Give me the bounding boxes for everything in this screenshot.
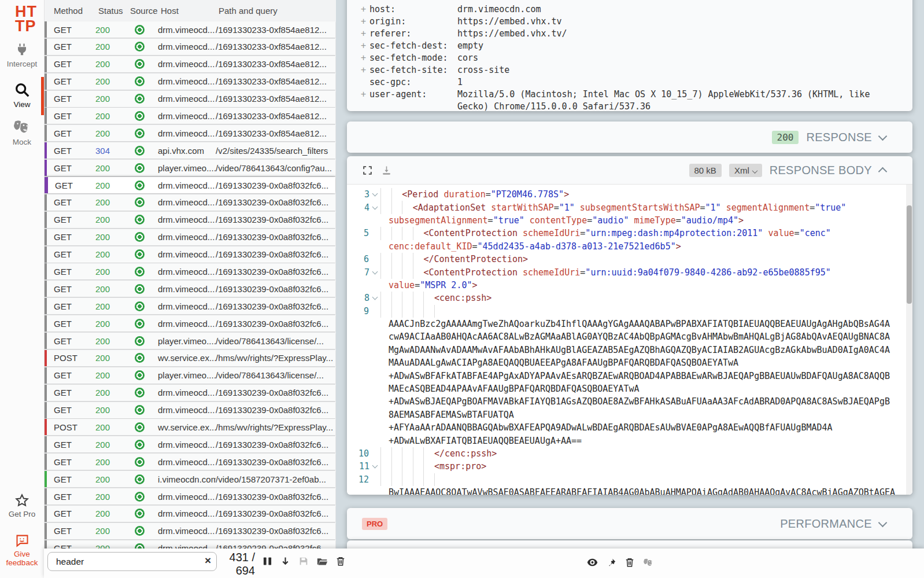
request-row[interactable]: GET200player.vimeo..../video/786413643/l… (44, 333, 335, 349)
header-row[interactable]: +host:drm.vimeocdn.com (361, 3, 907, 16)
header-row[interactable]: +referer:https://embed.vhx.tv/ (361, 28, 907, 40)
request-row[interactable]: GET200drm.vimeocd.../1691330239-0x0a8f03… (44, 281, 335, 297)
pause-capture-icon[interactable] (263, 556, 272, 566)
request-status: 200 (95, 94, 127, 104)
request-status: 200 (95, 128, 127, 138)
fold-chevron-icon[interactable] (372, 463, 378, 469)
request-status: 200 (95, 163, 127, 173)
download-body-icon[interactable] (381, 165, 392, 176)
header-row[interactable]: sec-gpc:1 (361, 76, 907, 89)
sidebar-item-get-pro[interactable]: Get Pro (0, 493, 44, 518)
request-row[interactable]: GET200drm.vimeocd.../1691330239-0x0a8f03… (44, 194, 335, 211)
chrome-source-icon (135, 474, 145, 484)
request-row[interactable]: GET200drm.vimeocd.../1691330239-0x0a8f03… (44, 506, 335, 522)
chrome-source-icon (135, 25, 145, 35)
expand-header-icon[interactable] (361, 76, 369, 89)
request-row[interactable]: POST200wv.service.ex.../hms/wv/rights/?E… (44, 350, 335, 366)
request-status: 200 (95, 249, 127, 259)
chevron-down-icon[interactable] (878, 131, 888, 141)
expand-header-icon[interactable]: + (361, 28, 369, 40)
request-row[interactable]: GET200drm.vimeocd.../1691330239-0x0a8f03… (44, 298, 335, 314)
pin-request-icon[interactable] (607, 558, 616, 568)
open-har-icon[interactable] (317, 557, 328, 566)
sidebar-item-view[interactable]: View (0, 81, 44, 109)
request-row[interactable]: GET200drm.vimeocd.../1691330233-0xf854ae… (44, 73, 335, 90)
request-path: /video/786413643/license/... (216, 336, 335, 346)
scroll-to-end-icon[interactable] (280, 556, 290, 566)
header-key: origin: (369, 16, 457, 28)
request-path: /1691330239-0x0a8f032fc6... (216, 181, 335, 190)
request-source (127, 422, 158, 432)
request-row[interactable]: GET200drm.vimeocd.../1691330239-0x0a8f03… (44, 402, 335, 418)
body-format-select[interactable]: Xml (729, 164, 762, 177)
expand-header-icon[interactable]: + (361, 64, 369, 76)
fold-chevron-icon[interactable] (372, 191, 378, 197)
request-row[interactable]: GET200drm.vimeocd.../1691330233-0xf854ae… (44, 39, 335, 55)
sidebar-item-intercept[interactable]: Intercept (0, 42, 44, 68)
request-status: 200 (95, 25, 127, 35)
header-row[interactable]: +user-agent:Mozilla/5.0 (Macintosh; Inte… (361, 89, 907, 111)
header-row[interactable]: +sec-fetch-mode:cors (361, 52, 907, 64)
request-row[interactable]: GET200drm.vimeocd.../1691330239-0x0a8f03… (44, 315, 335, 332)
expand-header-icon[interactable]: + (361, 3, 369, 16)
expand-header-icon[interactable]: + (361, 40, 369, 52)
request-row[interactable]: GET200drm.vimeocd.../1691330239-0x0a8f03… (44, 436, 335, 452)
request-status: 200 (95, 215, 127, 224)
request-row[interactable]: GET200drm.vimeocd.../1691330239-0x0a8f03… (44, 177, 335, 193)
code-editor[interactable]: 3<Period duration="PT20M46.778S">4<Adapt… (347, 185, 912, 495)
star-icon (0, 493, 44, 508)
fold-chevron-icon[interactable] (372, 294, 378, 300)
mock-request-icon[interactable] (643, 558, 654, 568)
request-row[interactable]: GET200drm.vimeocd.../1691330239-0x0a8f03… (44, 523, 335, 539)
chevron-up-icon[interactable] (878, 167, 888, 176)
request-status: 200 (95, 353, 127, 363)
category-marker (44, 177, 48, 193)
delete-request-icon[interactable] (625, 557, 634, 568)
sidebar-item-label: Mock (13, 138, 31, 146)
request-row[interactable]: GET200drm.vimeocd.../1691330233-0xf854ae… (44, 91, 335, 107)
search-input[interactable] (55, 556, 196, 568)
request-row[interactable]: GET200drm.vimeocd.../1691330239-0x0a8f03… (44, 246, 335, 263)
request-row[interactable]: GET200drm.vimeocd.../1691330239-0x0a8f03… (44, 229, 335, 245)
header-value: empty (457, 40, 907, 52)
request-row[interactable]: GET304api.vhx.com/v2/sites/24335/search_… (44, 142, 335, 159)
clear-search-icon[interactable]: × (205, 554, 211, 567)
request-row[interactable]: GET200drm.vimeocd.../1691330239-0x0a8f03… (44, 454, 335, 470)
scrollbar-thumb[interactable] (907, 205, 912, 304)
request-source (127, 59, 158, 69)
expand-icon[interactable] (362, 165, 373, 176)
editor-scrollbar[interactable] (906, 185, 912, 495)
code-line: MAAuADAALgAwACIAPgA8AEQAQQBUAEEAPgA8AFAA… (347, 356, 905, 369)
request-row[interactable]: GET200player.vimeo..../video/786413643/l… (44, 367, 335, 384)
header-row[interactable]: +sec-fetch-site:cross-site (361, 64, 907, 76)
header-key: user-agent: (369, 89, 457, 111)
hide-request-icon[interactable] (587, 558, 598, 566)
request-row[interactable]: GET200drm.vimeocd.../1691330239-0x0a8f03… (44, 212, 335, 228)
request-row[interactable]: GET200player.vimeo..../video/786413643/c… (44, 160, 335, 176)
sidebar-item-give-feedback[interactable]: Give feedback (0, 532, 44, 567)
expand-header-icon[interactable]: + (361, 52, 369, 64)
expand-header-icon[interactable]: + (361, 16, 369, 28)
header-row[interactable]: +sec-fetch-dest:empty (361, 40, 907, 52)
request-row[interactable]: GET200drm.vimeocd.../1691330239-0x0a8f03… (44, 263, 335, 279)
fold-chevron-icon[interactable] (372, 268, 378, 274)
save-har-icon[interactable] (298, 556, 309, 566)
sidebar-item-mock[interactable]: Mock (0, 119, 44, 146)
request-row[interactable]: POST200wv.service.ex.../hms/wv/rights/?E… (44, 419, 335, 435)
request-row[interactable]: GET200drm.vimeocd.../1691330233-0xf854ae… (44, 21, 335, 38)
request-row[interactable]: GET200drm.vimeocd.../1691330233-0xf854ae… (44, 125, 335, 141)
chevron-down-icon[interactable] (878, 518, 888, 527)
response-body-card: 80 kB Xml RESPONSE BODY 3<Period duratio… (347, 156, 912, 495)
filter-search-box[interactable]: × (47, 552, 217, 571)
request-row[interactable]: GET200drm.vimeocd.../1691330233-0xf854ae… (44, 108, 335, 124)
request-row[interactable]: GET200i.vimeocdn.com/video/1587207371-2e… (44, 471, 335, 487)
request-row[interactable]: GET200drm.vimeocd.../1691330233-0xf854ae… (44, 56, 335, 72)
line-number: 11 (359, 461, 369, 472)
request-row[interactable]: GET200drm.vimeocd.../1691330239-0x0a8f03… (44, 385, 335, 401)
clear-requests-icon[interactable] (336, 556, 345, 566)
request-row[interactable]: GET200drm.vimeocd.../1691330239-0x0a8f03… (44, 488, 335, 505)
fold-chevron-icon[interactable] (372, 204, 378, 209)
request-path: /1691330239-0x0a8f032fc6... (216, 526, 335, 536)
expand-header-icon[interactable]: + (361, 89, 369, 111)
header-row[interactable]: +origin:https://embed.vhx.tv (361, 16, 907, 28)
